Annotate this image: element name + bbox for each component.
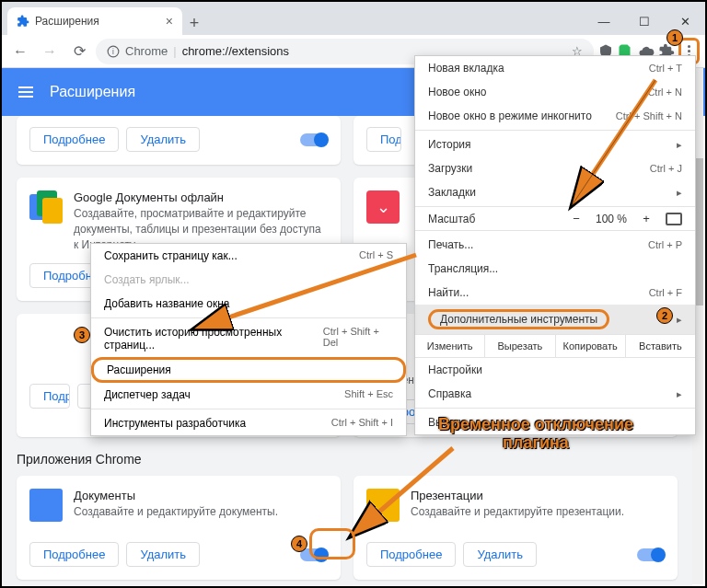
app-desc: Создавайте и редактируйте презентации. [411,504,624,520]
details-button[interactable]: Подробнее [29,542,119,567]
zoom-value: 100 % [596,213,627,225]
more-tools-submenu: Сохранить страницу как...Ctrl + S Создат… [90,243,407,436]
menu-history[interactable]: История▸ [415,133,695,156]
menu-copy[interactable]: Копировать [556,335,626,357]
app-name: Документы [74,489,278,502]
annotation-highlight-toggle [309,528,355,559]
submenu-clear-data[interactable]: Очистить историю просмотренных страниц..… [91,320,406,357]
extension-toggle[interactable] [300,133,328,146]
menu-incognito[interactable]: Новое окно в режиме инкогнитоCtrl + Shif… [415,104,695,128]
menu-new-window[interactable]: Новое окноCtrl + N [415,80,695,104]
docs-app-icon [29,489,63,522]
maximize-button[interactable]: ☐ [624,7,665,35]
menu-print[interactable]: Печать...Ctrl + P [415,233,695,257]
zoom-out-button[interactable]: − [566,212,586,225]
menu-cut[interactable]: Вырезать [485,335,555,357]
menu-more-tools[interactable]: Дополнительные инструменты 2 ▸ [415,305,695,334]
annotation-badge-3: 3 [74,327,90,343]
zoom-in-button[interactable]: + [636,212,656,225]
chrome-main-menu: Новая вкладкаCtrl + T Новое окноCtrl + N… [414,55,696,435]
menu-edit-label: Изменить [415,335,485,357]
browser-tab[interactable]: Расширения × [7,7,182,35]
pocket-icon: ⌄ [366,190,400,224]
annotation-badge-4: 4 [291,536,307,552]
window-controls: — ☐ ✕ [584,7,705,35]
new-tab-button[interactable]: + [182,11,206,35]
remove-button[interactable]: Удалить [126,127,200,152]
app-toggle[interactable] [637,548,665,561]
details-button[interactable]: Подробнее [366,127,401,152]
details-button[interactable]: Подробнее [29,384,70,409]
menu-settings[interactable]: Настройки [415,358,695,382]
gdocs-icon [29,190,63,224]
menu-paste[interactable]: Вставить [626,335,695,357]
slides-app-icon [366,489,400,522]
reload-button[interactable]: ⟳ [66,39,92,64]
menu-edit-row: Изменить Вырезать Копировать Вставить [415,334,695,358]
back-button[interactable]: ← [7,39,33,64]
submenu-save-page[interactable]: Сохранить страницу как...Ctrl + S [91,244,406,268]
app-name: Презентации [411,489,624,502]
remove-button[interactable]: Удалить [463,542,537,567]
submenu-dev-tools[interactable]: Инструменты разработчикаCtrl + Shift + I [91,411,406,435]
extension-name: Google Документы офлайн [74,190,328,204]
menu-help[interactable]: Справка▸ [415,382,695,406]
minimize-button[interactable]: — [584,7,624,35]
menu-find[interactable]: Найти...Ctrl + F [415,281,695,305]
header-title: Расширения [50,84,135,100]
annotation-badge-1: 1 [666,29,683,46]
hamburger-icon[interactable] [18,86,33,98]
details-button[interactable]: Подробнее [29,127,119,152]
close-tab-icon[interactable]: × [166,14,173,29]
address-url: chrome://extensions [182,44,289,58]
submenu-create-shortcut: Создать ярлык... [91,268,406,292]
submenu-extensions[interactable]: Расширения [91,357,406,383]
menu-new-tab[interactable]: Новая вкладкаCtrl + T [415,56,695,80]
details-button[interactable]: Подробнее [366,542,456,567]
fullscreen-button[interactable] [666,213,682,225]
puzzle-icon [17,15,29,28]
svg-text:i: i [112,47,114,55]
menu-downloads[interactable]: ЗагрузкиCtrl + J [415,156,695,180]
info-icon: i [107,45,120,58]
tab-title: Расширения [35,15,99,28]
forward-button[interactable]: → [37,39,63,64]
app-desc: Создавайте и редактируйте документы. [74,504,278,520]
remove-button[interactable]: Удалить [126,542,200,567]
window-titlebar: Расширения × + — ☐ ✕ [2,2,705,35]
annotation-text: Временное отключение плагина [407,416,665,453]
submenu-task-manager[interactable]: Диспетчер задачShift + Esc [91,383,406,407]
submenu-name-window[interactable]: Добавить название окна [91,292,406,316]
menu-zoom: Масштаб − 100 % + [415,209,695,228]
menu-cast[interactable]: Трансляция... [415,257,695,281]
annotation-badge-2: 2 [656,307,673,324]
address-prefix: Chrome [125,44,168,58]
menu-bookmarks[interactable]: Закладки▸ [415,180,695,204]
apps-section-title: Приложения Chrome [17,452,678,467]
